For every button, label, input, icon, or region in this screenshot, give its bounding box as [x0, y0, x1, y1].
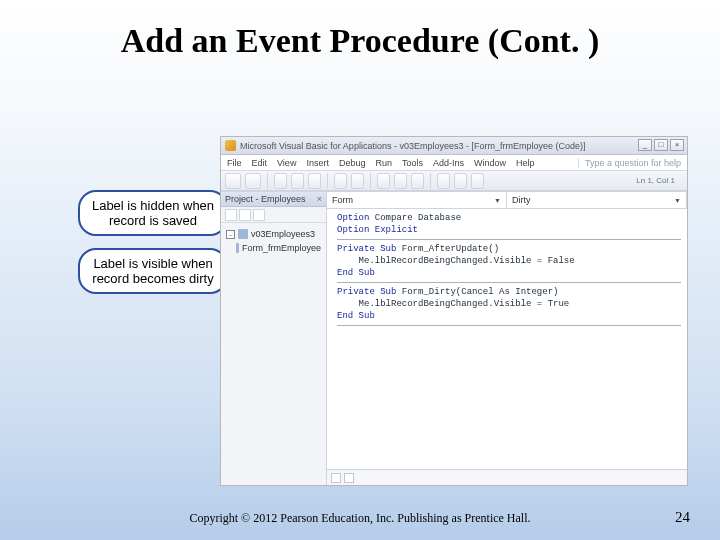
callout-visible-label: Label is visible when record becomes dir…	[78, 248, 228, 294]
toolbar-button[interactable]	[291, 173, 304, 189]
app-icon	[225, 140, 236, 151]
help-search-box[interactable]: Type a question for help	[578, 158, 681, 168]
toolbar-separator	[267, 173, 268, 189]
procedure-dropdown-value: Dirty	[512, 195, 531, 205]
view-button[interactable]	[331, 473, 341, 483]
slide-title: Add an Event Procedure (Cont. )	[0, 22, 720, 60]
menu-window[interactable]: Window	[474, 158, 506, 168]
close-button[interactable]: ×	[670, 139, 684, 151]
object-dropdown[interactable]: Form ▼	[327, 192, 507, 208]
toolbar-button[interactable]	[351, 173, 364, 189]
toolbar-button[interactable]	[471, 173, 484, 189]
window-titlebar: Microsoft Visual Basic for Applications …	[221, 137, 687, 155]
close-icon[interactable]: ×	[317, 194, 322, 204]
project-explorer-title: Project - Employees	[225, 194, 306, 204]
menu-edit[interactable]: Edit	[252, 158, 268, 168]
object-selector-bar: Form ▼ Dirty ▼	[327, 192, 687, 209]
copyright-text: Copyright © 2012 Pearson Education, Inc.…	[0, 511, 720, 526]
menu-addins[interactable]: Add-Ins	[433, 158, 464, 168]
procedure-dropdown[interactable]: Dirty ▼	[507, 192, 687, 208]
menu-tools[interactable]: Tools	[402, 158, 423, 168]
toolbar-separator	[327, 173, 328, 189]
tree-label: Form_frmEmployee	[242, 241, 321, 255]
toolbar-separator	[430, 173, 431, 189]
toolbar-button[interactable]	[239, 209, 251, 221]
toolbar-button[interactable]	[274, 173, 287, 189]
project-explorer-panel: Project - Employees × - v03Employees3 Fo…	[221, 192, 327, 485]
toolbar: Ln 1, Col 1	[221, 171, 687, 191]
vba-editor-window: Microsoft Visual Basic for Applications …	[220, 136, 688, 486]
toolbar-button[interactable]	[394, 173, 407, 189]
toolbar-button[interactable]	[411, 173, 424, 189]
page-number: 24	[675, 509, 690, 526]
menu-help[interactable]: Help	[516, 158, 535, 168]
view-button[interactable]	[344, 473, 354, 483]
menu-insert[interactable]: Insert	[306, 158, 329, 168]
minimize-button[interactable]: _	[638, 139, 652, 151]
toolbar-button[interactable]	[454, 173, 467, 189]
code-editor[interactable]: Option Compare Database Option Explicit …	[327, 209, 687, 469]
project-explorer-header: Project - Employees ×	[221, 192, 326, 207]
cursor-position: Ln 1, Col 1	[636, 176, 683, 185]
chevron-down-icon: ▼	[494, 197, 501, 204]
toolbar-button[interactable]	[253, 209, 265, 221]
window-title: Microsoft Visual Basic for Applications …	[240, 141, 585, 151]
project-icon	[238, 229, 248, 239]
callout-hidden-label: Label is hidden when record is saved	[78, 190, 228, 236]
tree-label: v03Employees3	[251, 227, 315, 241]
menu-debug[interactable]: Debug	[339, 158, 366, 168]
menu-view[interactable]: View	[277, 158, 296, 168]
toolbar-button[interactable]	[245, 173, 261, 189]
toolbar-button[interactable]	[308, 173, 321, 189]
toolbar-button[interactable]	[377, 173, 390, 189]
maximize-button[interactable]: □	[654, 139, 668, 151]
toolbar-button[interactable]	[225, 173, 241, 189]
expand-icon[interactable]: -	[226, 230, 235, 239]
form-icon	[236, 243, 239, 253]
toolbar-button[interactable]	[334, 173, 347, 189]
tree-node-form[interactable]: Form_frmEmployee	[236, 241, 321, 255]
code-view-selector	[327, 469, 687, 485]
menu-file[interactable]: File	[227, 158, 242, 168]
tree-node-root[interactable]: - v03Employees3	[226, 227, 321, 241]
chevron-down-icon: ▼	[674, 197, 681, 204]
menu-bar: File Edit View Insert Debug Run Tools Ad…	[221, 155, 687, 171]
menu-run[interactable]: Run	[375, 158, 392, 168]
project-tree: - v03Employees3 Form_frmEmployee	[221, 223, 326, 259]
object-dropdown-value: Form	[332, 195, 353, 205]
toolbar-separator	[370, 173, 371, 189]
toolbar-button[interactable]	[225, 209, 237, 221]
toolbar-button[interactable]	[437, 173, 450, 189]
project-explorer-toolbar	[221, 207, 326, 223]
